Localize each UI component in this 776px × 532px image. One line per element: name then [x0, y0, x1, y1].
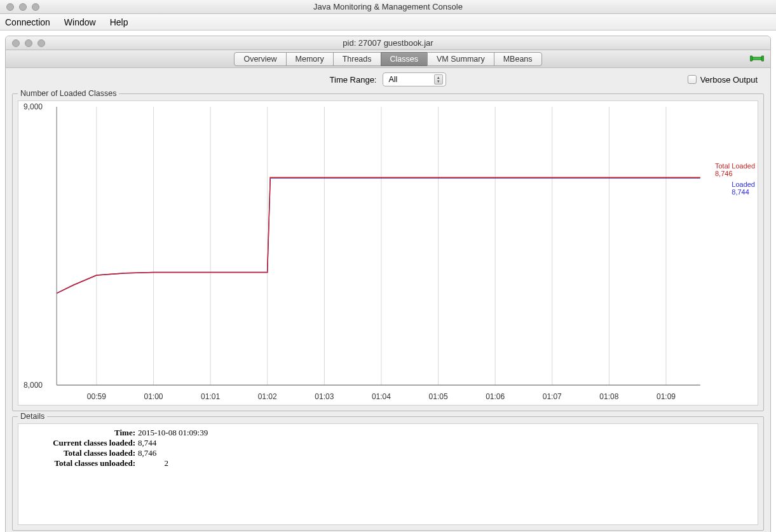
- tab-vm-summary[interactable]: VM Summary: [427, 52, 494, 66]
- details-title: Details: [18, 412, 47, 421]
- x-tick-label: 01:06: [486, 392, 505, 401]
- tab-overview[interactable]: Overview: [234, 52, 286, 66]
- detail-total-loaded-value: 8,746: [138, 448, 163, 458]
- inner-window-title: pid: 27007 guestbook.jar: [6, 38, 770, 48]
- detail-total-unloaded-label: Total classes unloaded:: [24, 458, 138, 468]
- legend-loaded-name: Loaded: [732, 181, 755, 188]
- y-tick-label: 8,000: [24, 381, 43, 390]
- content-area: Number of Loaded Classes 8,0009,00000:59…: [6, 91, 770, 532]
- x-tick-label: 01:05: [429, 392, 448, 401]
- inner-titlebar: pid: 27007 guestbook.jar: [6, 36, 770, 50]
- detail-time-value: 2015-10-08 01:09:39: [138, 428, 208, 438]
- tab-classes[interactable]: Classes: [381, 52, 428, 66]
- tab-mbeans[interactable]: MBeans: [494, 52, 542, 66]
- verbose-output-label: Verbose Output: [700, 75, 758, 85]
- detail-current-loaded-label: Current classes loaded:: [24, 438, 138, 448]
- x-tick-label: 01:09: [657, 392, 676, 401]
- details-body: Time: 2015-10-08 01:09:39 Current classe…: [18, 423, 758, 525]
- detail-total-loaded-label: Total classes loaded:: [24, 448, 138, 458]
- time-range-select[interactable]: All ▴▾: [383, 72, 446, 86]
- chart-title: Number of Loaded Classes: [18, 89, 119, 98]
- x-tick-label: 01:03: [315, 392, 334, 401]
- menu-connection[interactable]: Connection: [5, 17, 50, 27]
- verbose-output-checkbox[interactable]: [688, 75, 697, 84]
- detail-time: Time: 2015-10-08 01:09:39: [24, 428, 752, 438]
- menubar: Connection Window Help: [0, 14, 776, 31]
- chart-fieldset: Number of Loaded Classes 8,0009,00000:59…: [12, 93, 764, 411]
- connection-status-icon: [750, 53, 764, 64]
- app-title: Java Monitoring & Management Console: [0, 2, 776, 11]
- detail-total-unloaded-value: 2: [138, 458, 168, 468]
- x-tick-label: 01:04: [372, 392, 391, 401]
- tab-threads[interactable]: Threads: [333, 52, 381, 66]
- detail-total-unloaded: Total classes unloaded: 2: [24, 458, 752, 468]
- svg-rect-1: [750, 56, 752, 61]
- chart-area: 8,0009,00000:5901:0001:0101:0201:0301:04…: [18, 100, 758, 406]
- x-tick-label: 00:59: [87, 392, 106, 401]
- detail-current-loaded-value: 8,744: [138, 438, 163, 448]
- legend-total-loaded: Total Loaded8,746: [715, 162, 755, 177]
- legend-total-loaded-value: 8,746: [715, 170, 733, 177]
- chart-svg: [18, 101, 758, 405]
- x-tick-label: 01:01: [201, 392, 220, 401]
- inner-window: pid: 27007 guestbook.jar Overview Memory…: [5, 36, 771, 532]
- verbose-output-wrap: Verbose Output: [688, 75, 758, 85]
- detail-total-loaded: Total classes loaded: 8,746: [24, 448, 752, 458]
- tab-memory[interactable]: Memory: [286, 52, 334, 66]
- detail-current-loaded: Current classes loaded: 8,744: [24, 438, 752, 448]
- x-tick-label: 01:07: [543, 392, 562, 401]
- chevron-up-down-icon: ▴▾: [434, 74, 443, 85]
- x-tick-label: 01:00: [144, 392, 163, 401]
- legend-loaded-value: 8,744: [732, 188, 749, 196]
- x-tick-label: 01:02: [258, 392, 277, 401]
- menu-help[interactable]: Help: [110, 17, 128, 27]
- app-titlebar: Java Monitoring & Management Console: [0, 0, 776, 14]
- legend-loaded: Loaded8,744: [732, 181, 755, 196]
- tabs-row: Overview Memory Threads Classes VM Summa…: [6, 50, 770, 68]
- svg-rect-2: [761, 56, 764, 61]
- y-tick-label: 9,000: [24, 102, 43, 111]
- tab-strip: Overview Memory Threads Classes VM Summa…: [234, 52, 541, 66]
- detail-time-label: Time:: [24, 428, 138, 438]
- legend-total-loaded-name: Total Loaded: [715, 162, 755, 170]
- menu-window[interactable]: Window: [64, 17, 96, 27]
- x-tick-label: 01:08: [599, 392, 618, 401]
- details-fieldset: Details Time: 2015-10-08 01:09:39 Curren…: [12, 416, 764, 531]
- time-range-value: All: [388, 75, 397, 84]
- time-range-label: Time Range:: [330, 75, 377, 85]
- options-row: Time Range: All ▴▾ Verbose Output: [6, 68, 770, 91]
